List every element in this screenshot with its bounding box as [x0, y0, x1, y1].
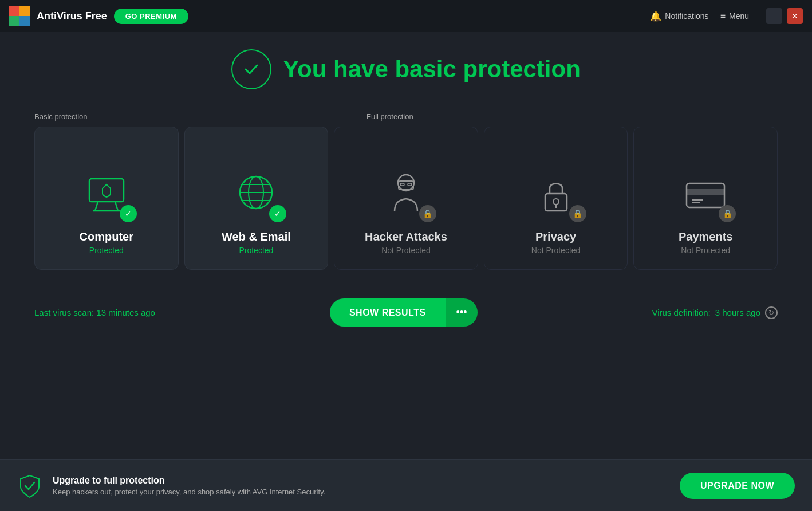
scan-buttons: SHOW RESULTS ••• — [330, 298, 478, 327]
minimize-button[interactable]: – — [766, 8, 782, 24]
web-email-icon-wrapper: ✓ — [230, 168, 282, 220]
svg-rect-0 — [9, 6, 19, 16]
more-options-button[interactable]: ••• — [446, 298, 478, 327]
bell-icon: 🔔 — [650, 11, 661, 22]
upgrade-text: Upgrade to full protection Keep hackers … — [53, 475, 325, 496]
upgrade-banner: Upgrade to full protection Keep hackers … — [0, 459, 812, 511]
menu-label: Menu — [729, 11, 749, 21]
svg-rect-16 — [408, 183, 412, 186]
go-premium-button[interactable]: GO PREMIUM — [114, 9, 188, 24]
upgrade-now-button[interactable]: UPGRADE NOW — [680, 473, 795, 499]
close-button[interactable]: ✕ — [787, 8, 803, 24]
cards-row: ✓ Computer Protected ✓ Web & Email Prote… — [34, 127, 778, 270]
hacker-attacks-icon-wrapper: 🔒 — [380, 168, 432, 220]
computer-icon-wrapper: ✓ — [81, 168, 132, 220]
svg-rect-21 — [687, 189, 724, 195]
web-email-card-title: Web & Email — [222, 230, 291, 243]
main-content: You have basic protection Basic protecti… — [0, 32, 812, 327]
payments-card[interactable]: 🔒 Payments Not Protected — [633, 127, 778, 270]
section-labels: Basic protection Full protection — [34, 112, 778, 121]
svg-rect-1 — [19, 6, 30, 16]
payments-card-title: Payments — [679, 230, 733, 243]
hero-section: You have basic protection — [34, 49, 778, 89]
virus-def-time: 3 hours ago — [715, 308, 760, 317]
svg-rect-2 — [9, 16, 19, 26]
svg-rect-3 — [19, 16, 30, 26]
checkmark-icon — [242, 60, 261, 78]
svg-point-18 — [553, 199, 559, 205]
bottom-bar: Last virus scan: 13 minutes ago SHOW RES… — [34, 298, 778, 327]
svg-rect-15 — [400, 183, 404, 186]
computer-status-badge: ✓ — [120, 205, 137, 222]
svg-rect-4 — [89, 179, 124, 202]
computer-card[interactable]: ✓ Computer Protected — [34, 127, 179, 270]
upgrade-left: Upgrade to full protection Keep hackers … — [17, 473, 325, 498]
privacy-card-status: Not Protected — [531, 246, 581, 255]
upgrade-title: Upgrade to full protection — [53, 475, 325, 486]
upgrade-description: Keep hackers out, protect your privacy, … — [53, 488, 325, 496]
title-bar: AntiVirus Free GO PREMIUM 🔔 Notification… — [0, 0, 812, 32]
refresh-icon[interactable]: ↻ — [765, 306, 778, 319]
computer-card-title: Computer — [80, 230, 133, 243]
svg-rect-17 — [545, 194, 567, 211]
menu-nav[interactable]: ≡ Menu — [720, 11, 749, 21]
svg-line-6 — [115, 202, 118, 211]
scan-time: 13 minutes ago — [96, 308, 155, 317]
avg-logo-icon — [9, 6, 30, 26]
hero-title: You have basic protection — [283, 56, 581, 83]
scan-info: Last virus scan: 13 minutes ago — [34, 308, 155, 317]
app-title: AntiVirus Free — [37, 10, 107, 22]
hero-text-prefix: You have — [283, 56, 395, 82]
web-email-card[interactable]: ✓ Web & Email Protected — [184, 127, 329, 270]
hacker-attacks-card[interactable]: 🔒 Hacker Attacks Not Protected — [334, 127, 478, 270]
privacy-card[interactable]: 🔒 Privacy Not Protected — [484, 127, 628, 270]
window-controls: – ✕ — [766, 8, 803, 24]
payments-card-status: Not Protected — [681, 246, 730, 255]
virus-definition: Virus definition: 3 hours ago ↻ — [652, 306, 778, 319]
web-email-status-badge: ✓ — [269, 205, 286, 222]
hacker-attacks-status-badge: 🔒 — [419, 205, 436, 222]
svg-rect-20 — [687, 183, 724, 207]
notifications-nav[interactable]: 🔔 Notifications — [650, 11, 708, 22]
shield-upgrade-icon — [17, 473, 42, 498]
show-results-button[interactable]: SHOW RESULTS — [330, 298, 446, 327]
virus-def-label: Virus definition: — [652, 308, 710, 317]
notifications-label: Notifications — [665, 11, 708, 21]
menu-icon: ≡ — [720, 11, 726, 21]
scan-label: Last virus scan: — [34, 308, 96, 317]
web-email-card-status: Protected — [239, 246, 273, 255]
computer-card-status: Protected — [89, 246, 124, 255]
payments-icon-wrapper: 🔒 — [680, 168, 731, 220]
svg-point-13 — [398, 175, 414, 191]
privacy-status-badge: 🔒 — [569, 205, 586, 222]
title-bar-right: 🔔 Notifications ≡ Menu – ✕ — [650, 8, 803, 24]
payments-status-badge: 🔒 — [719, 205, 736, 222]
hero-text-highlight: basic protection — [395, 56, 580, 82]
privacy-icon-wrapper: 🔒 — [530, 168, 582, 220]
basic-protection-label: Basic protection — [34, 112, 366, 121]
full-protection-label: Full protection — [366, 112, 778, 121]
privacy-card-title: Privacy — [535, 230, 576, 243]
check-circle-icon — [231, 49, 271, 89]
hacker-attacks-card-status: Not Protected — [381, 246, 431, 255]
title-bar-left: AntiVirus Free GO PREMIUM — [9, 6, 188, 26]
hacker-attacks-card-title: Hacker Attacks — [365, 230, 447, 243]
svg-line-5 — [95, 202, 98, 211]
